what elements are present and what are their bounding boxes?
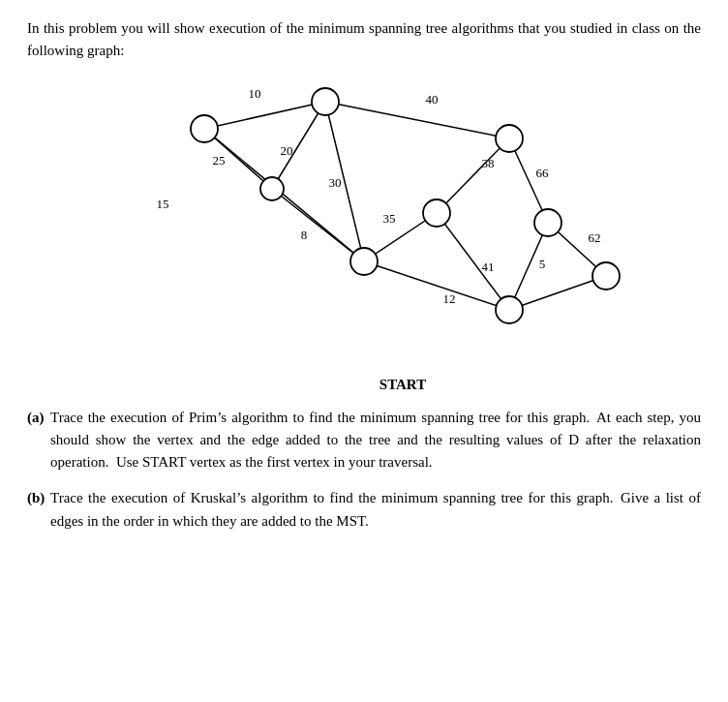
- edge-label-eh: 41: [482, 259, 495, 274]
- intro-paragraph: In this problem you will show execution …: [27, 17, 701, 63]
- edge-label-ab: 10: [249, 86, 261, 101]
- question-b: (b) Trace the execution of Kruskal’s alg…: [27, 487, 701, 533]
- graph-svg: 10 25 15 20 30 40 8 35 12 38 41 66: [93, 73, 635, 373]
- graph-container: 10 25 15 20 30 40 8 35 12 38 41 66: [93, 73, 635, 373]
- node-e: [423, 199, 450, 227]
- node-i: [592, 262, 620, 290]
- node-d-start: [350, 248, 378, 275]
- edge-label-fg: 66: [536, 166, 550, 180]
- edge-label-bf: 40: [426, 92, 439, 107]
- questions-section: (a) Trace the execution of Prim’s algori…: [27, 407, 701, 533]
- question-a-label: (a): [27, 407, 48, 429]
- question-b-label: (b): [27, 487, 48, 509]
- start-label: START: [27, 377, 701, 393]
- node-g: [534, 209, 561, 236]
- edge-label-dh: 12: [443, 291, 456, 306]
- question-b-text: Trace the execution of Kruskal’s algorit…: [50, 487, 701, 533]
- question-a-text: Trace the execution of Prim’s algorithm …: [50, 407, 701, 474]
- edge-label-ac: 25: [213, 153, 226, 168]
- edge-label-gh: 5: [539, 257, 546, 271]
- node-h: [496, 296, 523, 323]
- svg-line-5: [325, 102, 509, 138]
- edge-label-ef: 38: [482, 156, 495, 170]
- svg-line-14: [509, 276, 606, 310]
- question-a: (a) Trace the execution of Prim’s algori…: [27, 407, 701, 474]
- node-c: [260, 177, 284, 200]
- edge-label-gi: 62: [589, 230, 601, 245]
- node-f: [496, 125, 523, 152]
- edge-label-cd: 8: [301, 228, 308, 242]
- node-a: [191, 115, 218, 142]
- svg-line-9: [437, 138, 509, 213]
- edge-label-ad: 15: [157, 197, 169, 211]
- node-b: [312, 88, 339, 115]
- edge-label-bd: 30: [329, 175, 342, 190]
- edge-label-bc: 20: [281, 143, 293, 158]
- edge-label-de: 35: [383, 211, 396, 226]
- svg-line-6: [272, 189, 364, 261]
- svg-line-0: [204, 102, 325, 129]
